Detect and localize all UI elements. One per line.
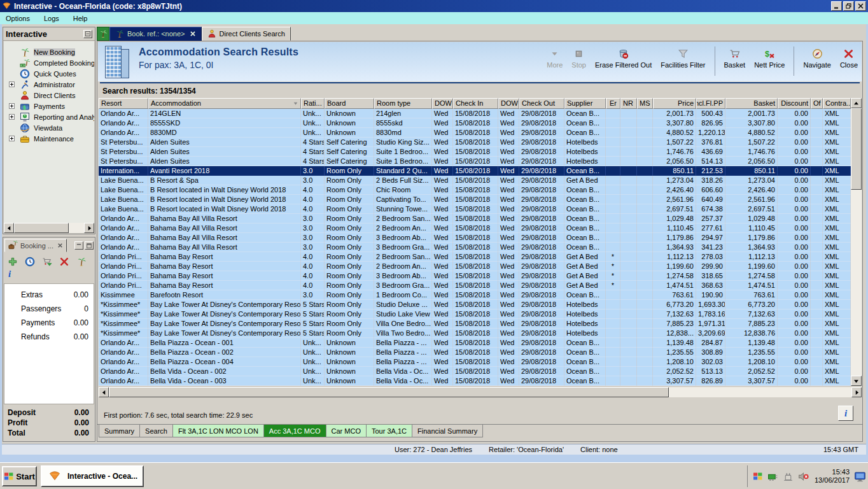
- collapse-button[interactable]: [83, 30, 92, 38]
- tray-clock[interactable]: 15:43 13/06/2017: [815, 468, 850, 485]
- new-booking-button[interactable]: [76, 256, 87, 267]
- sidebar-item-administrator[interactable]: Administrator: [4, 79, 94, 90]
- scrollbar-thumb[interactable]: [851, 108, 862, 190]
- table-row[interactable]: St Petersbu...Alden Suites4 StarsSelf Ca…: [99, 147, 851, 157]
- column-header-ms[interactable]: MS: [637, 98, 653, 109]
- menu-logs[interactable]: Logs: [44, 15, 59, 22]
- table-row[interactable]: Orlando Ar...Bella Piazza - Ocean - 001U…: [99, 338, 851, 348]
- column-header-basket[interactable]: Basket: [725, 98, 778, 109]
- column-header-contra[interactable]: Contra...: [823, 98, 851, 109]
- tab-direct-clients-search[interactable]: Direct Clients Search: [202, 27, 291, 41]
- close-button[interactable]: Close: [840, 45, 858, 69]
- table-vscrollbar[interactable]: [851, 98, 862, 386]
- minimize-button[interactable]: [831, 1, 842, 11]
- nett-price-button[interactable]: $Nett Price: [754, 45, 785, 69]
- panel-minimize-button[interactable]: [74, 241, 83, 250]
- table-row[interactable]: Orlando Ar...Bella Vida - Ocean - 002Unk…: [99, 367, 851, 376]
- booking-info-button[interactable]: i: [3, 269, 95, 282]
- table-row[interactable]: Orlando Ar...8555SKDUnk...Unknown8555skd…: [99, 118, 851, 128]
- column-header-check-out[interactable]: Check Out: [519, 98, 564, 109]
- table-row[interactable]: Orlando Ar...Bahama Bay All Villa Resort…: [99, 223, 851, 233]
- tab-acc-3a-1c-mco[interactable]: Acc 3A,1C MCO: [263, 425, 326, 437]
- more-button[interactable]: More: [547, 45, 563, 69]
- sidebar-hscrollbar[interactable]: [4, 223, 94, 233]
- column-header-supplier[interactable]: Supplier: [564, 98, 606, 109]
- start-button[interactable]: Start: [2, 466, 37, 486]
- table-row[interactable]: Orlando Ar...Bella Piazza - Ocean - 002U…: [99, 348, 851, 357]
- sidebar-item-completed-bookings[interactable]: Completed Bookings: [4, 57, 94, 68]
- scrollbar-thumb[interactable]: [14, 223, 69, 233]
- table-hscrollbar[interactable]: [99, 387, 862, 397]
- table-row[interactable]: St Petersbu...Alden Suites4 StarsSelf Ca…: [99, 157, 851, 166]
- booking-palm-icon[interactable]: [97, 27, 109, 41]
- booking-row-refunds[interactable]: Refunds0.00: [4, 330, 94, 344]
- booking-row-payments[interactable]: Payments0.00: [4, 316, 94, 330]
- column-header-room-type[interactable]: Room type: [374, 98, 432, 109]
- quick-quote-button[interactable]: [24, 256, 36, 267]
- expand-icon[interactable]: [9, 114, 15, 120]
- table-row[interactable]: Orlando Ar...Bella Vida - Ocean - 003Unk…: [99, 376, 851, 386]
- table-row[interactable]: Orlando Ar...214GLENUnk...Unknown214glen…: [99, 109, 851, 118]
- table-row[interactable]: Lake Buena...B Resort located in Walt Di…: [99, 204, 851, 214]
- column-header-discount[interactable]: Discount: [778, 98, 811, 109]
- facilities-filter-button[interactable]: Facilities Filter: [661, 45, 705, 69]
- scroll-right-icon[interactable]: [84, 223, 94, 233]
- column-header-dow[interactable]: DOW: [498, 98, 519, 109]
- tab-car-mco[interactable]: Car MCO: [326, 425, 367, 437]
- tab-flt-3a-1c-lon-mco-lon[interactable]: Flt 3A,1C LON MCO LON: [172, 425, 264, 437]
- table-row[interactable]: *Kissimmee*Bay Lake Tower At Disney's Co…: [99, 329, 851, 338]
- close-button[interactable]: [855, 1, 866, 11]
- add-button[interactable]: [7, 256, 18, 267]
- tab-search[interactable]: Search: [139, 425, 173, 437]
- scroll-left-icon[interactable]: [99, 387, 109, 397]
- table-row[interactable]: KissimmeeBarefootn Resort3.0Room Only1 B…: [99, 290, 851, 300]
- menu-help[interactable]: Help: [73, 15, 88, 22]
- column-header-accommodation[interactable]: Accommodation: [148, 98, 301, 109]
- tab-summary[interactable]: Summary: [99, 425, 140, 437]
- column-header-er[interactable]: Er: [606, 98, 620, 109]
- tab-close-icon[interactable]: [57, 243, 63, 248]
- scroll-right-icon[interactable]: [851, 387, 862, 397]
- scrollbar-thumb[interactable]: [109, 387, 669, 397]
- table-row[interactable]: Lake Buena...B Resort located in Walt Di…: [99, 195, 851, 204]
- network-adapter-icon[interactable]: [767, 471, 778, 482]
- table-row[interactable]: Lake Buena...B Resort & Spa3.0Room Only2…: [99, 176, 851, 185]
- tab-book-ref-none[interactable]: Book. ref.: <none>: [109, 27, 202, 41]
- expand-icon[interactable]: [9, 103, 15, 109]
- delete-button[interactable]: [59, 256, 70, 267]
- taskbar-task-button[interactable]: Interactive - Ocea...: [41, 465, 144, 487]
- info-button[interactable]: i: [838, 406, 853, 421]
- sidebar-item-maintenance[interactable]: Maintenance: [4, 133, 94, 144]
- tab-financial-summary[interactable]: Financial Summary: [412, 425, 483, 437]
- sidebar-item-reporting-and-analyt[interactable]: Reporting and Analyt: [4, 111, 94, 122]
- network-plug-icon[interactable]: [783, 471, 794, 482]
- table-row[interactable]: Orlando Pri...Bahama Bay Resort4.0Room O…: [99, 271, 851, 281]
- tab-tour-3a-1c[interactable]: Tour 3A,1C: [366, 425, 412, 437]
- booking-row-passengers[interactable]: Passengers0: [4, 302, 94, 316]
- sidebar-item-viewdata[interactable]: Viewdata: [4, 122, 94, 133]
- tab-close-icon[interactable]: [190, 31, 196, 37]
- volume-muted-icon[interactable]: [798, 471, 809, 482]
- table-row[interactable]: Orlando Ar...Bahama Bay All Villa Resort…: [99, 233, 851, 243]
- table-row[interactable]: St Petersbu...Alden Suites4 StarsSelf Ca…: [99, 138, 851, 147]
- table-row[interactable]: Orlando Pri...Bahama Bay Resort4.0Room O…: [99, 281, 851, 290]
- column-header-rati[interactable]: Rati...: [301, 98, 325, 109]
- table-row[interactable]: *Kissimmee*Bay Lake Tower At Disney's Co…: [99, 309, 851, 319]
- scroll-left-icon[interactable]: [4, 223, 14, 233]
- column-header-check-in[interactable]: Check In: [453, 98, 498, 109]
- expand-icon[interactable]: [9, 136, 15, 141]
- table-row[interactable]: Orlando Ar...Bella Piazza - Ocean - 004U…: [99, 357, 851, 367]
- basket-button[interactable]: Basket: [724, 45, 746, 69]
- tab-booking[interactable]: Booking ...: [4, 239, 67, 252]
- table-row[interactable]: Orlando Ar...Bahama Bay All Villa Resort…: [99, 243, 851, 252]
- restore-button[interactable]: [843, 1, 854, 11]
- move-to-basket-button[interactable]: [41, 256, 53, 267]
- show-desktop-icon[interactable]: [854, 471, 866, 483]
- table-row[interactable]: Orlando Ar...8830MDUnk...Unknown8830mdWe…: [99, 128, 851, 138]
- column-header-of[interactable]: Of: [811, 98, 823, 109]
- panel-maximize-button[interactable]: [85, 241, 94, 250]
- column-header-incl-fl-pp[interactable]: Incl.Fl.PP: [696, 98, 725, 109]
- table-row[interactable]: Lake Buena...B Resort located in Walt Di…: [99, 185, 851, 195]
- tray-app-icon[interactable]: [753, 471, 763, 481]
- table-row[interactable]: Orlando Ar...Bahama Bay All Villa Resort…: [99, 214, 851, 223]
